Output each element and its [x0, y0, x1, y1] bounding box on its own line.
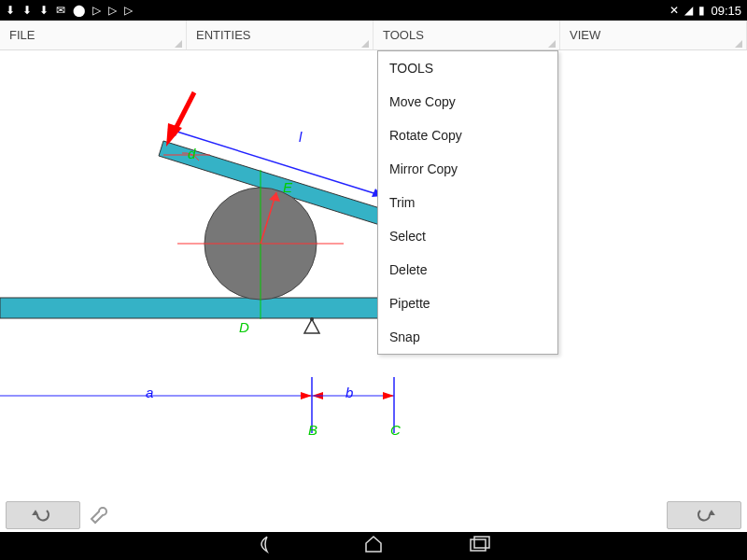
nav-back-icon[interactable]: [254, 535, 278, 557]
download-icon: ⬇: [6, 4, 15, 17]
label-C: C: [390, 422, 401, 438]
redo-button[interactable]: [667, 501, 741, 529]
status-notifications: ⬇ ⬇ ⬇ ✉ ⬤ ▷ ▷ ▷: [6, 4, 133, 17]
dropdown-snap[interactable]: Snap: [378, 320, 557, 354]
triangle-icon: ▷: [92, 4, 101, 17]
dropdown-rotate-copy[interactable]: Rotate Copy: [378, 119, 557, 152]
nav-home-icon[interactable]: [362, 535, 385, 557]
status-right: ✕ ◢ ▮ 09:15: [669, 4, 741, 18]
android-status-bar: ⬇ ⬇ ⬇ ✉ ⬤ ▷ ▷ ▷ ✕ ◢ ▮ 09:15: [0, 0, 747, 21]
dropdown-move-copy[interactable]: Move Copy: [378, 85, 557, 119]
menu-view-label: VIEW: [570, 28, 600, 42]
menu-entities-label: ENTITIES: [196, 28, 251, 42]
drawing-svg: [0, 50, 747, 480]
svg-marker-13: [304, 319, 319, 333]
undo-button[interactable]: [6, 501, 80, 529]
warning-icon: ⬤: [73, 4, 85, 17]
download-icon: ⬇: [22, 4, 32, 17]
svg-marker-19: [383, 392, 394, 399]
menu-file-label: FILE: [9, 28, 35, 42]
tools-dropdown: TOOLS Move Copy Rotate Copy Mirror Copy …: [377, 50, 558, 355]
wrench-icon[interactable]: [86, 502, 112, 529]
dropdown-trim[interactable]: Trim: [378, 186, 557, 219]
label-B: B: [308, 422, 317, 438]
label-D: D: [239, 319, 249, 335]
dropdown-pipette[interactable]: Pipette: [378, 287, 557, 320]
mail-icon: ✉: [56, 4, 65, 17]
svg-marker-0: [0, 298, 383, 318]
svg-rect-22: [471, 539, 486, 551]
label-d: d: [188, 146, 195, 161]
label-a: a: [146, 385, 153, 400]
menu-entities[interactable]: ENTITIES: [187, 21, 374, 49]
undo-icon: [32, 507, 54, 524]
svg-marker-16: [301, 392, 312, 399]
dropdown-delete[interactable]: Delete: [378, 253, 557, 287]
download-icon: ⬇: [39, 4, 49, 17]
svg-rect-23: [474, 537, 489, 548]
menu-bar: FILE ENTITIES TOOLS VIEW: [0, 21, 747, 50]
label-E: E: [283, 179, 292, 195]
menu-tools-label: TOOLS: [383, 28, 424, 42]
nav-recent-icon[interactable]: [469, 536, 493, 556]
play-icon: ▷: [108, 4, 117, 17]
svg-line-10: [175, 92, 194, 131]
android-nav-bar: [0, 532, 747, 560]
bottom-toolbar: [0, 498, 747, 532]
menu-tools[interactable]: TOOLS: [374, 21, 560, 49]
menu-view[interactable]: VIEW: [560, 21, 747, 49]
battery-icon: ▮: [698, 4, 705, 17]
menu-file[interactable]: FILE: [0, 21, 187, 49]
dropdown-header: TOOLS: [378, 51, 557, 85]
wifi-icon: ◢: [684, 4, 693, 17]
play-icon: ▷: [124, 4, 133, 17]
status-clock: 09:15: [711, 4, 741, 18]
label-b: b: [345, 385, 353, 400]
redo-icon: [693, 507, 715, 524]
svg-point-14: [310, 317, 314, 321]
vibrate-icon: ✕: [669, 4, 679, 17]
dropdown-mirror-copy[interactable]: Mirror Copy: [378, 152, 557, 186]
svg-marker-11: [166, 123, 182, 147]
dropdown-select[interactable]: Select: [378, 219, 557, 253]
label-l: l: [299, 129, 302, 145]
drawing-canvas[interactable]: l d E D a b B C: [0, 50, 747, 504]
